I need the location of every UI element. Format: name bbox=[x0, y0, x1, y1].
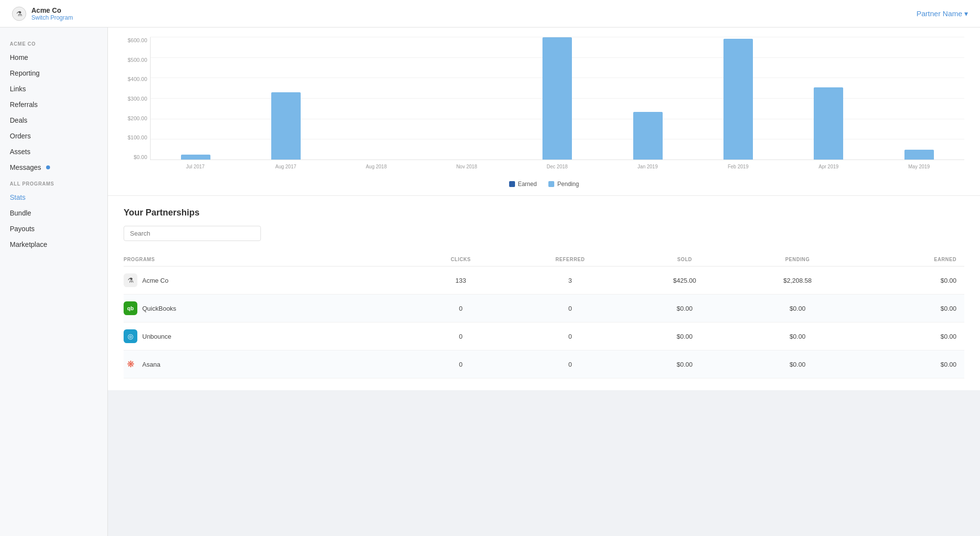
sidebar-item-assets[interactable]: Assets bbox=[0, 144, 107, 160]
program-referred: 3 bbox=[512, 267, 637, 295]
sidebar-item-payouts[interactable]: Payouts bbox=[0, 221, 107, 237]
sidebar-item-stats[interactable]: Stats bbox=[0, 189, 107, 205]
program-cell: ⚗ Acme Co bbox=[124, 267, 418, 295]
th-programs: PROGRAMS bbox=[124, 253, 418, 267]
chart-bar-group bbox=[874, 37, 964, 160]
chart-bar-group bbox=[151, 37, 241, 160]
earned-dot bbox=[509, 181, 515, 187]
sidebar: ACME CO Home Reporting Links Referrals D… bbox=[0, 27, 108, 536]
program-name: Acme Co bbox=[142, 277, 168, 284]
program-sold: $0.00 bbox=[637, 322, 741, 350]
main-content: $0.00 $100.00 $200.00 $300.00 $400.00 $5… bbox=[108, 27, 980, 536]
y-label-300: $300.00 bbox=[124, 96, 150, 102]
program-pending: $0.00 bbox=[741, 322, 862, 350]
program-cell: qb QuickBooks bbox=[124, 295, 418, 322]
program-earned: $0.00 bbox=[862, 350, 964, 378]
program-referred: 0 bbox=[512, 322, 637, 350]
search-input[interactable] bbox=[124, 226, 261, 241]
sidebar-section-acme: ACME CO bbox=[0, 35, 107, 50]
chart-x-label: Dec 2018 bbox=[512, 161, 602, 175]
chart-bar-pending bbox=[181, 155, 210, 160]
sidebar-item-label: Referrals bbox=[10, 101, 38, 108]
chart-x-label: Aug 2017 bbox=[240, 161, 331, 175]
partner-name-dropdown[interactable]: Partner Name ▾ bbox=[916, 9, 968, 18]
program-clicks: 0 bbox=[418, 350, 512, 378]
program-icon: ◎ bbox=[124, 329, 137, 343]
sidebar-item-label: Assets bbox=[10, 148, 30, 156]
chart-x-label: Aug 2018 bbox=[331, 161, 421, 175]
table-row: ⚗ Acme Co 133 3 $425.00 $2,208.58 $0.00 bbox=[124, 267, 964, 295]
chart-bar-group bbox=[603, 37, 693, 160]
program-pending: $2,208.58 bbox=[741, 267, 862, 295]
sidebar-item-bundle[interactable]: Bundle bbox=[0, 205, 107, 221]
program-clicks: 0 bbox=[418, 295, 512, 322]
chart-bar-pending bbox=[814, 87, 843, 160]
program-sold: $0.00 bbox=[637, 295, 741, 322]
sidebar-item-reporting[interactable]: Reporting bbox=[0, 65, 107, 81]
sidebar-item-messages[interactable]: Messages bbox=[0, 160, 107, 175]
sidebar-item-label: Bundle bbox=[10, 209, 31, 217]
sidebar-item-label: Reporting bbox=[10, 69, 40, 77]
table-row: ◎ Unbounce 0 0 $0.00 $0.00 $0.00 bbox=[124, 322, 964, 350]
sidebar-item-label: Marketplace bbox=[10, 241, 47, 248]
chart-x-label: Jan 2019 bbox=[602, 161, 693, 175]
program-cell: ◎ Unbounce bbox=[124, 322, 418, 350]
program-referred: 0 bbox=[512, 350, 637, 378]
header-left: ⚗ Acme Co Switch Program bbox=[12, 6, 73, 21]
sidebar-item-label: Links bbox=[10, 85, 26, 93]
chart-bar-group bbox=[422, 37, 512, 160]
sidebar-item-orders[interactable]: Orders bbox=[0, 128, 107, 144]
sidebar-item-home[interactable]: Home bbox=[0, 50, 107, 65]
chart-bar-pending bbox=[723, 39, 753, 160]
chart-x-label: Jul 2017 bbox=[150, 161, 240, 175]
th-clicks: CLICKS bbox=[418, 253, 512, 267]
earned-label: Earned bbox=[518, 181, 537, 188]
chart-bar-pending bbox=[542, 37, 572, 160]
program-earned: $0.00 bbox=[862, 322, 964, 350]
program-referred: 0 bbox=[512, 295, 637, 322]
y-label-400: $400.00 bbox=[124, 76, 150, 82]
chart-bar-group bbox=[783, 37, 874, 160]
sidebar-item-label: Payouts bbox=[10, 225, 35, 233]
th-referred: REFERRED bbox=[512, 253, 637, 267]
th-sold: SOLD bbox=[637, 253, 741, 267]
program-icon: qb bbox=[124, 301, 137, 315]
sidebar-item-links[interactable]: Links bbox=[0, 81, 107, 97]
chart-bar-pending bbox=[633, 112, 663, 160]
program-name: Asana bbox=[142, 361, 160, 368]
partnerships-table: PROGRAMS CLICKS REFERRED SOLD PENDING EA… bbox=[124, 253, 964, 378]
brand-info: Acme Co Switch Program bbox=[31, 6, 73, 21]
chart-legend: Earned Pending bbox=[124, 181, 964, 188]
sidebar-item-marketplace[interactable]: Marketplace bbox=[0, 237, 107, 252]
content-area: $0.00 $100.00 $200.00 $300.00 $400.00 $5… bbox=[108, 27, 980, 390]
chart-y-labels: $0.00 $100.00 $200.00 $300.00 $400.00 $5… bbox=[124, 37, 150, 160]
y-label-0: $0.00 bbox=[124, 154, 150, 160]
chart-x-label: Apr 2019 bbox=[783, 161, 874, 175]
table-row: qb QuickBooks 0 0 $0.00 $0.00 $0.00 bbox=[124, 295, 964, 322]
program-sold: $425.00 bbox=[637, 267, 741, 295]
sidebar-section-all-programs: ALL PROGRAMS bbox=[0, 175, 107, 189]
svg-text:⚗: ⚗ bbox=[16, 10, 23, 18]
layout: ACME CO Home Reporting Links Referrals D… bbox=[0, 27, 980, 536]
program-earned: $0.00 bbox=[862, 295, 964, 322]
partnerships-section: Your Partnerships PROGRAMS CLICKS REFERR… bbox=[108, 196, 980, 390]
th-pending: PENDING bbox=[741, 253, 862, 267]
program-cell: ❋ Asana bbox=[124, 350, 418, 378]
sidebar-item-referrals[interactable]: Referrals bbox=[0, 97, 107, 112]
y-label-500: $500.00 bbox=[124, 57, 150, 63]
chart-bar-pending bbox=[271, 92, 301, 160]
program-earned: $0.00 bbox=[862, 267, 964, 295]
partnerships-title: Your Partnerships bbox=[124, 208, 964, 218]
chart-bar-group bbox=[241, 37, 331, 160]
chart-bar-pending bbox=[904, 150, 934, 160]
program-sold: $0.00 bbox=[637, 350, 741, 378]
y-label-600: $600.00 bbox=[124, 37, 150, 43]
switch-program-link[interactable]: Switch Program bbox=[31, 14, 73, 21]
chart-x-label: Nov 2018 bbox=[421, 161, 512, 175]
sidebar-item-deals[interactable]: Deals bbox=[0, 112, 107, 128]
pending-dot bbox=[548, 181, 554, 187]
program-clicks: 133 bbox=[418, 267, 512, 295]
program-name: QuickBooks bbox=[142, 305, 176, 312]
sidebar-item-label: Deals bbox=[10, 116, 27, 124]
legend-earned: Earned bbox=[509, 181, 537, 188]
